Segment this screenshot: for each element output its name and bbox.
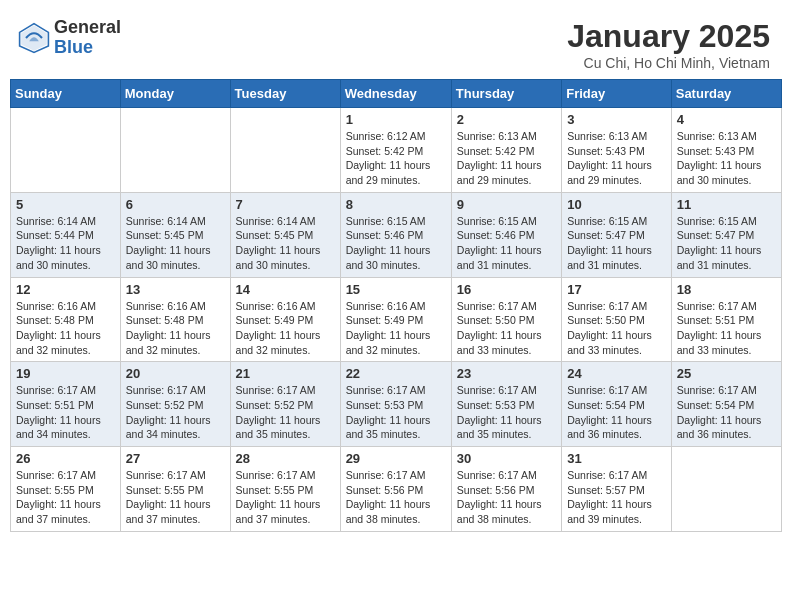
day-info: Sunrise: 6:17 AM Sunset: 5:52 PM Dayligh… <box>236 383 335 442</box>
day-info: Sunrise: 6:17 AM Sunset: 5:52 PM Dayligh… <box>126 383 225 442</box>
calendar-cell: 4Sunrise: 6:13 AM Sunset: 5:43 PM Daylig… <box>671 108 781 193</box>
day-info: Sunrise: 6:15 AM Sunset: 5:46 PM Dayligh… <box>457 214 556 273</box>
day-number: 7 <box>236 197 335 212</box>
calendar-cell: 15Sunrise: 6:16 AM Sunset: 5:49 PM Dayli… <box>340 277 451 362</box>
day-number: 4 <box>677 112 776 127</box>
calendar-cell: 11Sunrise: 6:15 AM Sunset: 5:47 PM Dayli… <box>671 192 781 277</box>
calendar-cell: 29Sunrise: 6:17 AM Sunset: 5:56 PM Dayli… <box>340 447 451 532</box>
day-number: 28 <box>236 451 335 466</box>
header-saturday: Saturday <box>671 80 781 108</box>
day-number: 5 <box>16 197 115 212</box>
day-info: Sunrise: 6:13 AM Sunset: 5:43 PM Dayligh… <box>567 129 666 188</box>
day-info: Sunrise: 6:17 AM Sunset: 5:54 PM Dayligh… <box>567 383 666 442</box>
day-number: 15 <box>346 282 446 297</box>
day-number: 17 <box>567 282 666 297</box>
calendar-cell: 25Sunrise: 6:17 AM Sunset: 5:54 PM Dayli… <box>671 362 781 447</box>
calendar-cell: 19Sunrise: 6:17 AM Sunset: 5:51 PM Dayli… <box>11 362 121 447</box>
day-number: 8 <box>346 197 446 212</box>
day-number: 6 <box>126 197 225 212</box>
day-info: Sunrise: 6:15 AM Sunset: 5:47 PM Dayligh… <box>677 214 776 273</box>
calendar-cell: 26Sunrise: 6:17 AM Sunset: 5:55 PM Dayli… <box>11 447 121 532</box>
day-info: Sunrise: 6:16 AM Sunset: 5:49 PM Dayligh… <box>236 299 335 358</box>
calendar-cell: 20Sunrise: 6:17 AM Sunset: 5:52 PM Dayli… <box>120 362 230 447</box>
calendar-cell: 3Sunrise: 6:13 AM Sunset: 5:43 PM Daylig… <box>562 108 672 193</box>
calendar-cell: 9Sunrise: 6:15 AM Sunset: 5:46 PM Daylig… <box>451 192 561 277</box>
day-info: Sunrise: 6:14 AM Sunset: 5:45 PM Dayligh… <box>126 214 225 273</box>
day-info: Sunrise: 6:17 AM Sunset: 5:54 PM Dayligh… <box>677 383 776 442</box>
calendar-cell: 27Sunrise: 6:17 AM Sunset: 5:55 PM Dayli… <box>120 447 230 532</box>
logo-blue: Blue <box>54 38 121 58</box>
day-number: 29 <box>346 451 446 466</box>
calendar-week-row: 12Sunrise: 6:16 AM Sunset: 5:48 PM Dayli… <box>11 277 782 362</box>
calendar-cell: 8Sunrise: 6:15 AM Sunset: 5:46 PM Daylig… <box>340 192 451 277</box>
logo: General Blue <box>18 18 121 58</box>
calendar-week-row: 26Sunrise: 6:17 AM Sunset: 5:55 PM Dayli… <box>11 447 782 532</box>
day-number: 30 <box>457 451 556 466</box>
header-sunday: Sunday <box>11 80 121 108</box>
day-number: 25 <box>677 366 776 381</box>
day-info: Sunrise: 6:17 AM Sunset: 5:50 PM Dayligh… <box>457 299 556 358</box>
day-info: Sunrise: 6:13 AM Sunset: 5:42 PM Dayligh… <box>457 129 556 188</box>
day-number: 23 <box>457 366 556 381</box>
day-info: Sunrise: 6:15 AM Sunset: 5:46 PM Dayligh… <box>346 214 446 273</box>
title-block: January 2025 Cu Chi, Ho Chi Minh, Vietna… <box>567 18 770 71</box>
header-wednesday: Wednesday <box>340 80 451 108</box>
day-number: 14 <box>236 282 335 297</box>
day-info: Sunrise: 6:17 AM Sunset: 5:55 PM Dayligh… <box>236 468 335 527</box>
day-info: Sunrise: 6:13 AM Sunset: 5:43 PM Dayligh… <box>677 129 776 188</box>
page-header: General Blue January 2025 Cu Chi, Ho Chi… <box>10 10 782 79</box>
day-number: 21 <box>236 366 335 381</box>
header-monday: Monday <box>120 80 230 108</box>
day-number: 11 <box>677 197 776 212</box>
day-number: 1 <box>346 112 446 127</box>
day-info: Sunrise: 6:16 AM Sunset: 5:48 PM Dayligh… <box>16 299 115 358</box>
day-number: 22 <box>346 366 446 381</box>
day-number: 2 <box>457 112 556 127</box>
calendar-cell: 12Sunrise: 6:16 AM Sunset: 5:48 PM Dayli… <box>11 277 121 362</box>
day-number: 10 <box>567 197 666 212</box>
day-number: 18 <box>677 282 776 297</box>
day-info: Sunrise: 6:17 AM Sunset: 5:51 PM Dayligh… <box>16 383 115 442</box>
day-info: Sunrise: 6:17 AM Sunset: 5:55 PM Dayligh… <box>126 468 225 527</box>
calendar-cell: 28Sunrise: 6:17 AM Sunset: 5:55 PM Dayli… <box>230 447 340 532</box>
day-number: 16 <box>457 282 556 297</box>
day-info: Sunrise: 6:17 AM Sunset: 5:53 PM Dayligh… <box>457 383 556 442</box>
calendar-cell: 5Sunrise: 6:14 AM Sunset: 5:44 PM Daylig… <box>11 192 121 277</box>
day-number: 31 <box>567 451 666 466</box>
day-number: 27 <box>126 451 225 466</box>
header-tuesday: Tuesday <box>230 80 340 108</box>
day-info: Sunrise: 6:14 AM Sunset: 5:45 PM Dayligh… <box>236 214 335 273</box>
day-number: 20 <box>126 366 225 381</box>
day-info: Sunrise: 6:15 AM Sunset: 5:47 PM Dayligh… <box>567 214 666 273</box>
day-info: Sunrise: 6:16 AM Sunset: 5:48 PM Dayligh… <box>126 299 225 358</box>
calendar-cell <box>11 108 121 193</box>
day-number: 24 <box>567 366 666 381</box>
weekday-header-row: Sunday Monday Tuesday Wednesday Thursday… <box>11 80 782 108</box>
location: Cu Chi, Ho Chi Minh, Vietnam <box>567 55 770 71</box>
calendar-cell <box>230 108 340 193</box>
calendar-cell: 23Sunrise: 6:17 AM Sunset: 5:53 PM Dayli… <box>451 362 561 447</box>
day-info: Sunrise: 6:14 AM Sunset: 5:44 PM Dayligh… <box>16 214 115 273</box>
calendar-cell: 10Sunrise: 6:15 AM Sunset: 5:47 PM Dayli… <box>562 192 672 277</box>
calendar-cell: 18Sunrise: 6:17 AM Sunset: 5:51 PM Dayli… <box>671 277 781 362</box>
calendar-cell: 16Sunrise: 6:17 AM Sunset: 5:50 PM Dayli… <box>451 277 561 362</box>
calendar-cell: 24Sunrise: 6:17 AM Sunset: 5:54 PM Dayli… <box>562 362 672 447</box>
calendar-week-row: 19Sunrise: 6:17 AM Sunset: 5:51 PM Dayli… <box>11 362 782 447</box>
calendar-cell <box>120 108 230 193</box>
day-info: Sunrise: 6:17 AM Sunset: 5:50 PM Dayligh… <box>567 299 666 358</box>
day-info: Sunrise: 6:17 AM Sunset: 5:56 PM Dayligh… <box>457 468 556 527</box>
calendar-cell <box>671 447 781 532</box>
header-thursday: Thursday <box>451 80 561 108</box>
month-title: January 2025 <box>567 18 770 55</box>
calendar-cell: 17Sunrise: 6:17 AM Sunset: 5:50 PM Dayli… <box>562 277 672 362</box>
day-number: 9 <box>457 197 556 212</box>
logo-general: General <box>54 18 121 38</box>
day-info: Sunrise: 6:17 AM Sunset: 5:51 PM Dayligh… <box>677 299 776 358</box>
day-number: 19 <box>16 366 115 381</box>
calendar-cell: 7Sunrise: 6:14 AM Sunset: 5:45 PM Daylig… <box>230 192 340 277</box>
day-info: Sunrise: 6:17 AM Sunset: 5:56 PM Dayligh… <box>346 468 446 527</box>
calendar-week-row: 1Sunrise: 6:12 AM Sunset: 5:42 PM Daylig… <box>11 108 782 193</box>
day-info: Sunrise: 6:17 AM Sunset: 5:55 PM Dayligh… <box>16 468 115 527</box>
header-friday: Friday <box>562 80 672 108</box>
calendar-cell: 22Sunrise: 6:17 AM Sunset: 5:53 PM Dayli… <box>340 362 451 447</box>
